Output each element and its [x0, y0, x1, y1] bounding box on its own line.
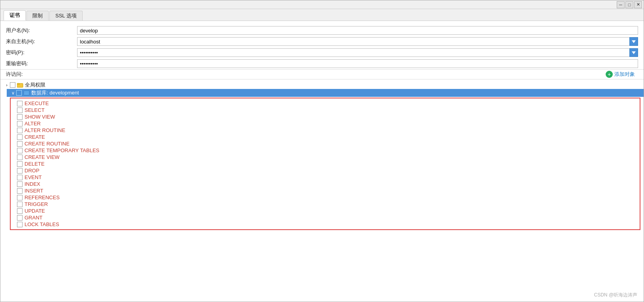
perm-label-trigger: TRIGGER — [25, 201, 48, 207]
perm-checkbox-drop[interactable] — [17, 168, 23, 174]
perm-checkbox-lock_tables[interactable] — [17, 222, 23, 227]
perm-checkbox-create_view[interactable] — [17, 155, 23, 160]
add-object-label: 添加对象 — [614, 71, 635, 78]
global-checkbox[interactable] — [10, 82, 15, 88]
tabs-bar: 证书 限制 SSL 选项 — [0, 9, 644, 21]
db-checkbox[interactable] — [16, 90, 22, 96]
password-row: 密码(P): — [0, 47, 644, 58]
perm-label-event: EVENT — [25, 174, 42, 180]
perm-item-lock_tables: LOCK TABLES — [11, 221, 640, 228]
perm-checkbox-event[interactable] — [17, 175, 23, 180]
perm-item-create: CREATE — [11, 134, 640, 140]
perm-label-show_view: SHOW VIEW — [25, 114, 55, 120]
perm-label-select: SELECT — [25, 107, 45, 113]
perm-item-create_routine: CREATE ROUTINE — [11, 140, 640, 147]
perm-checkbox-update[interactable] — [17, 208, 23, 214]
perm-checkbox-alter_routine[interactable] — [17, 128, 23, 133]
host-input-wrap — [77, 37, 638, 46]
perm-item-create_temp: CREATE TEMPORARY TABLES — [11, 147, 640, 154]
tab-ssl[interactable]: SSL 选项 — [49, 11, 83, 21]
host-label: 来自主机(H): — [6, 38, 77, 45]
perm-label-drop: DROP — [25, 168, 40, 174]
perm-checkbox-create_routine[interactable] — [17, 141, 23, 147]
perm-item-select: SELECT — [11, 107, 640, 113]
perm-item-create_view: CREATE VIEW — [11, 154, 640, 160]
global-permissions-node[interactable]: › 全局权限 — [0, 81, 644, 89]
perm-item-execute: EXECUTE — [11, 100, 640, 107]
username-input[interactable] — [77, 26, 638, 35]
perm-label-lock_tables: LOCK TABLES — [25, 221, 59, 227]
confirm-password-label: 重输密码: — [6, 60, 77, 67]
password-dropdown-arrow[interactable] — [629, 48, 638, 57]
password-input-wrap — [77, 48, 638, 57]
perm-label-references: REFERENCES — [25, 194, 60, 200]
perm-label-alter_routine: ALTER ROUTINE — [25, 127, 65, 133]
host-row: 来自主机(H): — [0, 36, 644, 47]
perm-checkbox-create[interactable] — [17, 134, 23, 140]
confirm-password-input-wrap — [77, 59, 638, 68]
perm-checkbox-grant[interactable] — [17, 215, 23, 221]
perm-label-create_temp: CREATE TEMPORARY TABLES — [25, 147, 99, 153]
username-label: 用户名(N): — [6, 27, 77, 34]
username-row: 用户名(N): — [0, 25, 644, 36]
perm-item-references: REFERENCES — [11, 194, 640, 201]
perm-item-drop: DROP — [11, 167, 640, 174]
perm-checkbox-insert[interactable] — [17, 188, 23, 194]
perm-item-insert: INSERT — [11, 187, 640, 194]
db-node[interactable]: ∨ 数据库: development — [7, 89, 644, 97]
perm-label-index: INDEX — [25, 181, 40, 187]
perm-checkbox-select[interactable] — [17, 108, 23, 113]
perm-item-event: EVENT — [11, 174, 640, 181]
password-label: 密码(P): — [6, 49, 77, 56]
svg-rect-3 — [17, 83, 19, 85]
perm-checkbox-index[interactable] — [17, 181, 23, 187]
perm-checkbox-delete[interactable] — [17, 161, 23, 167]
global-folder-icon — [17, 82, 23, 88]
plus-icon: + — [606, 71, 613, 78]
minimize-button[interactable]: ─ — [617, 1, 625, 8]
allow-label: 许访问: — [6, 71, 77, 78]
svg-marker-0 — [632, 40, 636, 43]
perm-item-alter: ALTER — [11, 120, 640, 127]
host-dropdown-arrow[interactable] — [629, 37, 638, 46]
perm-label-grant: GRANT — [25, 215, 43, 221]
confirm-password-row: 重输密码: — [0, 58, 644, 69]
close-button[interactable]: ✕ — [634, 1, 642, 8]
perm-item-trigger: TRIGGER — [11, 201, 640, 208]
perm-item-show_view: SHOW VIEW — [11, 113, 640, 120]
permissions-list: EXECUTESELECTSHOW VIEWALTERALTER ROUTINE… — [10, 98, 640, 230]
perm-checkbox-trigger[interactable] — [17, 202, 23, 207]
perm-checkbox-create_temp[interactable] — [17, 148, 23, 153]
global-permissions-label: 全局权限 — [25, 81, 45, 89]
confirm-password-input[interactable] — [77, 59, 638, 68]
global-expand-icon[interactable]: › — [4, 83, 10, 87]
perm-checkbox-show_view[interactable] — [17, 114, 23, 120]
perm-checkbox-alter[interactable] — [17, 121, 23, 126]
password-input[interactable] — [77, 48, 638, 57]
perm-label-delete: DELETE — [25, 161, 45, 167]
add-object-button[interactable]: + 添加对象 — [606, 71, 635, 78]
svg-rect-4 — [24, 91, 29, 95]
tab-certificate[interactable]: 证书 — [4, 10, 26, 21]
host-input[interactable] — [77, 37, 638, 46]
tree-section: › 全局权限 ∨ — [0, 79, 644, 302]
main-content: 用户名(N): 来自主机(H): 密码(P): — [0, 21, 644, 302]
svg-marker-1 — [632, 51, 636, 54]
perm-label-update: UPDATE — [25, 208, 45, 214]
watermark: CSDN @听海边涛声 — [594, 292, 637, 298]
perm-item-delete: DELETE — [11, 160, 640, 167]
perm-checkbox-execute[interactable] — [17, 101, 23, 106]
perm-item-index: INDEX — [11, 181, 640, 187]
perm-checkbox-references[interactable] — [17, 195, 23, 200]
perm-label-create: CREATE — [25, 134, 45, 140]
perm-item-grant: GRANT — [11, 214, 640, 221]
username-input-wrap — [77, 26, 638, 35]
perm-item-update: UPDATE — [11, 208, 640, 214]
perm-label-execute: EXECUTE — [25, 100, 49, 106]
tab-limits[interactable]: 限制 — [26, 11, 49, 21]
maximize-button[interactable]: □ — [625, 1, 633, 8]
db-collapse-icon[interactable]: ∨ — [10, 91, 16, 96]
perm-label-insert: INSERT — [25, 188, 43, 194]
title-bar: ─ □ ✕ — [0, 0, 644, 9]
allow-section: 许访问: + 添加对象 — [0, 69, 644, 79]
